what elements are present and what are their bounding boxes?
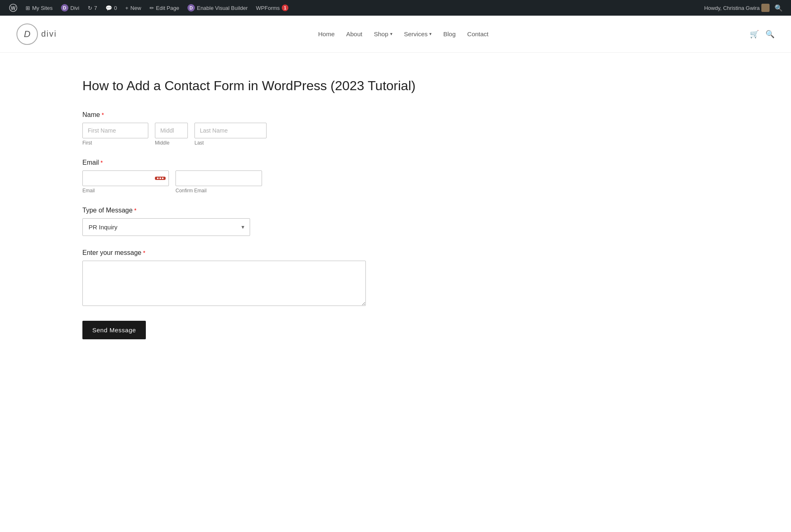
message-type-select-wrap: PR Inquiry General Inquiry Support Other… bbox=[82, 218, 250, 236]
email-row: Email Confirm Email bbox=[82, 170, 478, 194]
site-header: D divi Home About Shop ▾ Services ▾ Blog… bbox=[0, 16, 791, 53]
comments-icon: 💬 bbox=[105, 5, 112, 11]
nav-home[interactable]: Home bbox=[318, 30, 335, 37]
plus-icon: + bbox=[125, 5, 129, 11]
first-name-sublabel: First bbox=[82, 140, 148, 146]
shop-chevron-icon: ▾ bbox=[390, 31, 393, 37]
user-avatar[interactable] bbox=[761, 4, 770, 12]
email-label: Email * bbox=[82, 159, 478, 166]
send-message-button[interactable]: Send Message bbox=[82, 321, 146, 339]
svg-text:W: W bbox=[11, 5, 16, 11]
message-type-section: Type of Message * PR Inquiry General Inq… bbox=[82, 207, 478, 236]
logo-circle-icon: D bbox=[16, 23, 38, 45]
divi-visual-icon: D bbox=[187, 4, 195, 12]
admin-search-icon[interactable]: 🔍 bbox=[771, 4, 786, 12]
message-section: Enter your message * bbox=[82, 249, 478, 308]
name-row: First Middle Last bbox=[82, 123, 478, 146]
admin-bar-divi[interactable]: D Divi bbox=[57, 0, 84, 16]
message-required: * bbox=[143, 250, 145, 256]
nav-blog[interactable]: Blog bbox=[443, 30, 456, 37]
last-name-sublabel: Last bbox=[194, 140, 267, 146]
services-chevron-icon: ▾ bbox=[429, 31, 432, 37]
admin-bar-updates[interactable]: ↻ 7 bbox=[84, 0, 101, 16]
first-name-col: First bbox=[82, 123, 148, 146]
confirm-email-input[interactable] bbox=[176, 170, 262, 186]
site-logo[interactable]: D divi bbox=[16, 23, 57, 45]
last-name-input[interactable] bbox=[194, 123, 267, 138]
admin-bar-comments[interactable]: 💬 0 bbox=[101, 0, 121, 16]
header-search-icon[interactable]: 🔍 bbox=[765, 30, 775, 39]
email-col: Email bbox=[82, 170, 169, 194]
updates-icon: ↻ bbox=[88, 5, 92, 11]
admin-bar-new[interactable]: + New bbox=[121, 0, 145, 16]
middle-name-input[interactable] bbox=[155, 123, 188, 138]
name-required: * bbox=[102, 112, 104, 118]
admin-bar-my-sites[interactable]: ⊞ My Sites bbox=[21, 0, 57, 16]
admin-bar-wp-logo[interactable]: W bbox=[5, 0, 21, 16]
confirm-email-col: Confirm Email bbox=[176, 170, 262, 194]
confirm-email-sublabel: Confirm Email bbox=[176, 188, 262, 194]
email-section: Email * Email Confirm Email bbox=[82, 159, 478, 194]
message-type-label: Type of Message * bbox=[82, 207, 478, 214]
middle-name-col: Middle bbox=[155, 123, 188, 146]
email-sublabel: Email bbox=[82, 188, 169, 194]
admin-bar-enable-visual-builder[interactable]: D Enable Visual Builder bbox=[183, 0, 252, 16]
nav-contact[interactable]: Contact bbox=[467, 30, 489, 37]
logo-letter: D bbox=[24, 29, 30, 40]
message-label: Enter your message * bbox=[82, 249, 478, 257]
message-type-required: * bbox=[134, 207, 136, 214]
admin-bar-edit-page[interactable]: ✏ Edit Page bbox=[145, 0, 183, 16]
admin-bar-wpforms[interactable]: WPForms 1 bbox=[252, 0, 293, 16]
divi-icon: D bbox=[61, 4, 68, 12]
email-dots-indicator bbox=[155, 177, 166, 180]
name-section: Name * First Middle Last bbox=[82, 111, 478, 146]
email-input-wrap bbox=[82, 170, 169, 186]
first-name-input[interactable] bbox=[82, 123, 148, 138]
nav-icons: 🛒 🔍 bbox=[750, 30, 775, 39]
main-content: How to Add a Contact Form in WordPress (… bbox=[0, 53, 494, 372]
wpforms-badge: 1 bbox=[282, 5, 288, 11]
edit-icon: ✏ bbox=[150, 5, 154, 11]
nav-about[interactable]: About bbox=[346, 30, 362, 37]
logo-text: divi bbox=[41, 29, 57, 39]
cart-icon[interactable]: 🛒 bbox=[750, 30, 759, 39]
admin-bar: W ⊞ My Sites D Divi ↻ 7 💬 0 + New ✏ Edit… bbox=[0, 0, 791, 16]
message-textarea[interactable] bbox=[82, 261, 366, 306]
middle-name-sublabel: Middle bbox=[155, 140, 188, 146]
name-label: Name * bbox=[82, 111, 478, 119]
page-title: How to Add a Contact Form in WordPress (… bbox=[82, 77, 478, 95]
email-required: * bbox=[101, 159, 103, 166]
my-sites-icon: ⊞ bbox=[26, 5, 30, 11]
nav-services[interactable]: Services ▾ bbox=[404, 30, 432, 37]
nav-shop[interactable]: Shop ▾ bbox=[374, 30, 392, 37]
admin-bar-right: Howdy, Christina Gwira 🔍 bbox=[704, 4, 786, 12]
admin-bar-left: W ⊞ My Sites D Divi ↻ 7 💬 0 + New ✏ Edit… bbox=[5, 0, 704, 16]
last-name-col: Last bbox=[194, 123, 267, 146]
message-type-select[interactable]: PR Inquiry General Inquiry Support Other bbox=[82, 218, 250, 236]
site-nav: Home About Shop ▾ Services ▾ Blog Contac… bbox=[318, 30, 489, 37]
howdy-text: Howdy, Christina Gwira bbox=[704, 5, 760, 11]
